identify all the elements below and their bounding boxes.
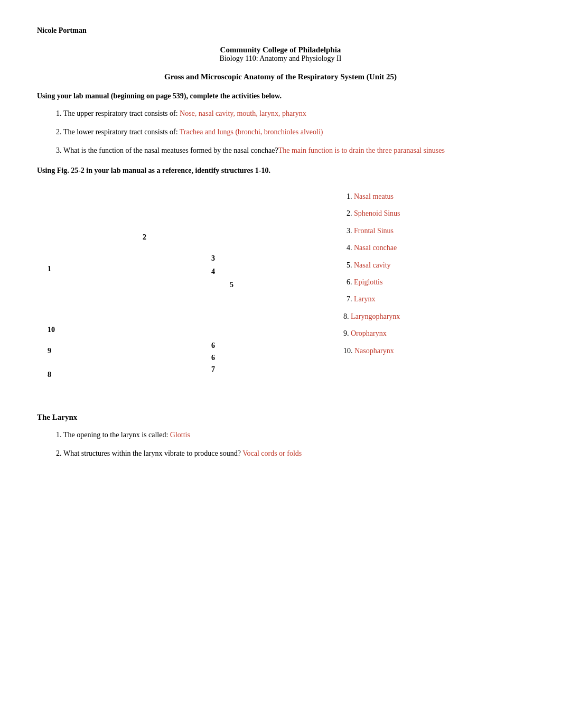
answer-item-9: 9. Oropharynx (343, 328, 460, 339)
answer-item-8: 8. Laryngopharynx (343, 311, 460, 322)
list-item: What is the function of the nasal meatus… (63, 145, 524, 156)
list-item: The lower respiratory tract consists of:… (63, 126, 524, 137)
answer-item-4: Nasal conchae (354, 242, 460, 254)
item2-answer: Trachea and lungs (bronchi, bronchioles … (180, 128, 323, 136)
diagram-label-1: 1 (48, 265, 51, 273)
answer-10-number: 10. (343, 347, 354, 355)
course-name: Biology 110: Anatomy and Physiology II (37, 54, 524, 63)
answer-item-10: 10. Nasopharynx (343, 345, 460, 357)
document-header: Community College of Philadelphia Biolog… (37, 45, 524, 63)
larynx-item-2: What structures within the larynx vibrat… (63, 448, 524, 459)
diagram-label-4: 4 (211, 268, 215, 276)
answer-6-text: Epiglottis (354, 278, 382, 286)
diagram-label-2: 2 (143, 233, 146, 242)
diagram-label-7: 7 (211, 365, 215, 374)
item3-prefix: What is the function of the nasal meatus… (63, 146, 278, 154)
list-item: The upper respiratory tract consists of:… (63, 108, 524, 119)
larynx-section: The Larynx The opening to the larynx is … (37, 413, 524, 459)
answers-list: Nasal meatus Sphenoid Sinus Frontal Sinu… (343, 191, 460, 357)
diagram-label-8: 8 (48, 371, 51, 379)
answer-item-6: Epiglottis (354, 277, 460, 288)
answer-4-text: Nasal conchae (354, 244, 397, 252)
answer-1-text: Nasal meatus (354, 192, 394, 200)
larynx-item2-answer: Vocal cords or folds (242, 449, 302, 457)
answer-2-text: Sphenoid Sinus (354, 209, 400, 217)
diagram-container: 1 2 3 4 5 6 6 7 8 9 10 Nasal meatus Sphe… (37, 191, 524, 392)
answer-8-text: Laryngopharynx (351, 312, 400, 320)
item1-prefix: The upper respiratory tract consists of: (63, 109, 180, 117)
answer-item-2: Sphenoid Sinus (354, 208, 460, 219)
answer-9-text: Oropharynx (351, 329, 387, 337)
student-name: Nicole Portman (37, 26, 524, 35)
larynx-item1-answer: Glottis (170, 431, 190, 439)
answer-10-text: Nasopharynx (354, 347, 394, 355)
answer-3-text: Frontal Sinus (354, 227, 394, 235)
answer-5-text: Nasal cavity (354, 261, 391, 269)
item3-answer: The main function is to drain the three … (278, 146, 445, 154)
section1-instruction: Using your lab manual (beginning on page… (37, 92, 524, 100)
diagram-label-10: 10 (48, 326, 55, 334)
answer-8-number: 8. (343, 312, 351, 320)
larynx-item1-prefix: The opening to the larynx is called: (63, 431, 170, 439)
diagram-label-9: 9 (48, 347, 51, 355)
larynx-item-1: The opening to the larynx is called: Glo… (63, 429, 524, 440)
answer-item-5: Nasal cavity (354, 260, 460, 271)
answer-7-text: Larynx (354, 295, 375, 303)
item2-prefix: The lower respiratory tract consists of: (63, 128, 180, 136)
diagram-label-5: 5 (230, 281, 233, 289)
diagram-label-3: 3 (211, 254, 215, 263)
section2-instruction: Using Fig. 25-2 in your lab manual as a … (37, 167, 524, 175)
diagram-label-6a: 6 (211, 342, 215, 350)
answers-panel: Nasal meatus Sphenoid Sinus Frontal Sinu… (343, 191, 460, 362)
item1-answer: Nose, nasal cavity, mouth, larynx, phary… (180, 109, 306, 117)
institution-name: Community College of Philadelphia (37, 45, 524, 54)
larynx-list: The opening to the larynx is called: Glo… (37, 429, 524, 459)
document-title: Gross and Microscopic Anatomy of the Res… (37, 72, 524, 81)
answer-item-1: Nasal meatus (354, 191, 460, 202)
answer-item-3: Frontal Sinus (354, 225, 460, 237)
answer-item-7: Larynx (354, 293, 460, 305)
section2: Using Fig. 25-2 in your lab manual as a … (37, 167, 524, 392)
diagram-label-6b: 6 (211, 354, 215, 362)
section1-list: The upper respiratory tract consists of:… (37, 108, 524, 156)
larynx-title: The Larynx (37, 413, 524, 422)
larynx-item2-prefix: What structures within the larynx vibrat… (63, 449, 242, 457)
answer-9-number: 9. (343, 329, 351, 337)
diagram-area: 1 2 3 4 5 6 6 7 8 9 10 (37, 191, 343, 392)
